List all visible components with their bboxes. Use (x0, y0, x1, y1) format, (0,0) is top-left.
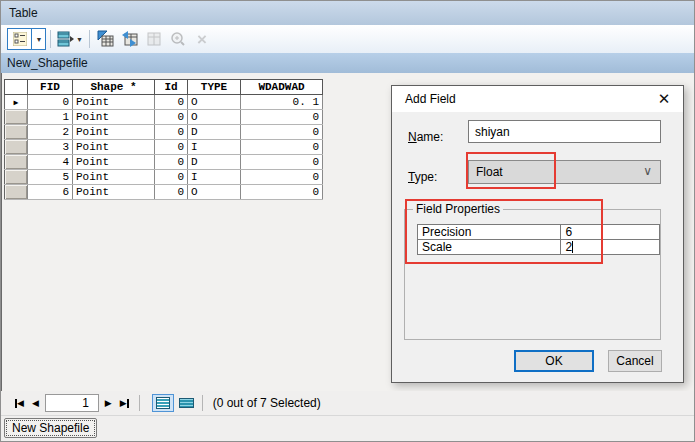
table-row: 5Point0I0 (5, 170, 323, 185)
window-titlebar: Table (1, 1, 694, 25)
table-options-dropdown[interactable]: ▼ (32, 29, 45, 49)
column-header-id[interactable]: Id (155, 80, 188, 95)
show-all-records-button[interactable] (152, 394, 174, 412)
cell-type[interactable]: O (188, 185, 241, 200)
row-selector[interactable] (5, 185, 28, 200)
row-selector[interactable] (5, 155, 28, 170)
cell-type[interactable]: D (188, 155, 241, 170)
cell-type[interactable]: I (188, 140, 241, 155)
row-selector[interactable] (5, 140, 28, 155)
cell-fid[interactable]: 6 (28, 185, 73, 200)
cell-fid[interactable]: 2 (28, 125, 73, 140)
switch-selection-icon (121, 30, 139, 48)
type-selected-value: Float (476, 165, 503, 179)
column-header-wdadwad[interactable]: WDADWAD (241, 80, 323, 95)
table-row: 3Point0I0 (5, 140, 323, 155)
cell-shape[interactable]: Point (73, 185, 155, 200)
cell-wdadwad[interactable]: 0 (241, 140, 323, 155)
cell-shape[interactable]: Point (73, 95, 155, 110)
table-toolbar: ▼ ▼ (1, 25, 694, 53)
dialog-titlebar: Add Field (392, 86, 683, 112)
cell-shape[interactable]: Point (73, 140, 155, 155)
cell-type[interactable]: D (188, 125, 241, 140)
row-selector[interactable] (5, 170, 28, 185)
first-record-button[interactable]: ◀ (11, 394, 28, 412)
selection-status: (0 out of 7 Selected) (213, 396, 321, 410)
cell-id[interactable]: 0 (155, 155, 188, 170)
cell-wdadwad[interactable]: 0 (241, 155, 323, 170)
cell-wdadwad[interactable]: 0. 1 (241, 95, 323, 110)
chevron-down-icon: ∨ (643, 164, 652, 178)
next-record-icon: ▶ (105, 399, 112, 408)
row-selector[interactable] (5, 110, 28, 125)
cell-wdadwad[interactable]: 0 (241, 125, 323, 140)
property-value-precision[interactable]: 6 (561, 225, 660, 240)
next-record-button[interactable]: ▶ (101, 394, 116, 412)
cell-fid[interactable]: 0 (28, 95, 73, 110)
column-header-type[interactable]: TYPE (188, 80, 241, 95)
attribute-table: FID Shape * Id TYPE WDADWAD ▶0Point0O0. … (4, 79, 323, 200)
cell-fid[interactable]: 3 (28, 140, 73, 155)
cell-wdadwad[interactable]: 0 (241, 110, 323, 125)
current-record-input[interactable] (45, 394, 99, 412)
cell-id[interactable]: 0 (155, 140, 188, 155)
cell-id[interactable]: 0 (155, 185, 188, 200)
zoom-to-selected-icon (170, 31, 186, 47)
table-row: 1Point0O0 (5, 110, 323, 125)
cell-fid[interactable]: 4 (28, 155, 73, 170)
tab-new-shapefile[interactable]: New Shapefile (4, 418, 97, 438)
cell-fid[interactable]: 1 (28, 110, 73, 125)
related-tables-button[interactable]: ▼ (55, 28, 85, 50)
show-selected-records-button[interactable] (178, 396, 196, 410)
previous-record-button[interactable]: ◀ (28, 394, 43, 412)
table-options-splitbutton: ▼ (7, 28, 46, 50)
table-options-button[interactable] (8, 29, 32, 49)
sheet-tab-bar: New Shapefile (1, 415, 694, 442)
record-navigation-bar: ◀ ◀ ▶ ▶ (0 out of 7 Selected) (1, 391, 694, 415)
attribute-table-body: ▶0Point0O0. 11Point0O02Point0D03Point0I0… (5, 95, 323, 200)
ok-button[interactable]: OK (514, 350, 594, 372)
property-value-scale[interactable]: 2 (561, 240, 660, 255)
cell-shape[interactable]: Point (73, 155, 155, 170)
cell-id[interactable]: 0 (155, 95, 188, 110)
window-title: Table (9, 6, 38, 20)
selected-records-icon (179, 398, 194, 408)
clear-selection-icon (146, 31, 162, 47)
table-content-area: FID Shape * Id TYPE WDADWAD ▶0Point0O0. … (1, 73, 694, 391)
type-label: Type: (408, 170, 437, 184)
cell-id[interactable]: 0 (155, 125, 188, 140)
switch-selection-button[interactable] (118, 28, 142, 50)
cell-shape[interactable]: Point (73, 110, 155, 125)
cell-type[interactable]: I (188, 170, 241, 185)
type-combobox[interactable]: Float ∨ (468, 160, 661, 184)
selector-column-header[interactable] (5, 80, 28, 95)
current-record-pointer-icon: ▶ (14, 98, 19, 107)
cell-fid[interactable]: 5 (28, 170, 73, 185)
cell-id[interactable]: 0 (155, 110, 188, 125)
select-by-attributes-icon (97, 30, 115, 48)
name-input[interactable] (468, 120, 661, 143)
field-properties-group: Field Properties Precision6Scale2 (404, 202, 661, 340)
column-header-fid[interactable]: FID (28, 80, 73, 95)
cell-shape[interactable]: Point (73, 170, 155, 185)
cell-type[interactable]: O (188, 110, 241, 125)
cancel-button[interactable]: Cancel (608, 350, 662, 372)
cell-shape[interactable]: Point (73, 125, 155, 140)
all-records-icon (156, 397, 170, 409)
cell-id[interactable]: 0 (155, 170, 188, 185)
cell-wdadwad[interactable]: 0 (241, 185, 323, 200)
cell-type[interactable]: O (188, 95, 241, 110)
property-label-precision: Precision (418, 225, 561, 240)
dialog-close-button[interactable]: ✕ (655, 90, 673, 108)
column-header-shape[interactable]: Shape * (73, 80, 155, 95)
cell-wdadwad[interactable]: 0 (241, 170, 323, 185)
table-row: 2Point0D0 (5, 125, 323, 140)
select-by-attributes-button[interactable] (94, 28, 118, 50)
table-window: Table ▼ (0, 0, 695, 442)
last-record-button[interactable]: ▶ (116, 394, 133, 412)
current-record-selector[interactable]: ▶ (5, 95, 28, 110)
close-icon: ✕ (658, 90, 671, 108)
first-record-icon: ◀ (17, 399, 24, 408)
toolbar-separator (89, 30, 90, 48)
row-selector[interactable] (5, 125, 28, 140)
